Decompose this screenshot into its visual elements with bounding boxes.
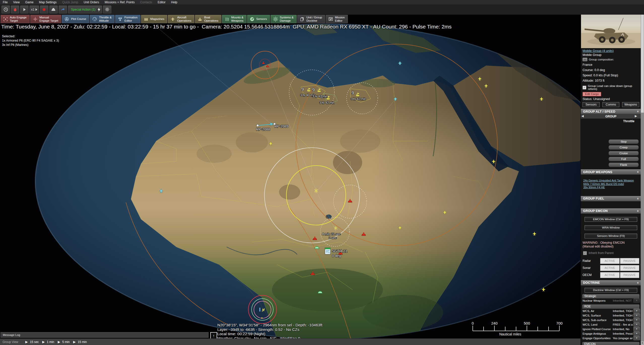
ref-point-label[interactable]: RP-2088 — [256, 127, 270, 131]
menu-file[interactable]: File — [0, 0, 10, 4]
time-step-arrow-icon[interactable]: ▶ — [73, 340, 76, 344]
group-selector[interactable]: ◀ GROUP ▶ — [581, 114, 641, 119]
time-step-5min[interactable]: 5 min — [62, 340, 70, 344]
auto-engage-target-button[interactable]: Auto Engage Target — [1, 15, 30, 23]
weapon-link[interactable]: 39x 90mm F4 HE — [583, 186, 641, 189]
throttle-flank-button[interactable]: Flank — [608, 163, 639, 167]
formation-editor-button[interactable]: Formation Editor — [115, 15, 141, 23]
menu-quick-jump[interactable]: Quick Jump — [59, 0, 81, 4]
sensors-panel-button[interactable]: Sensors — [583, 102, 600, 107]
oecm-active-button[interactable]: ACTIVE — [600, 272, 620, 278]
record-button[interactable] — [40, 6, 48, 13]
throttle-creep-button[interactable]: Creep — [608, 145, 639, 150]
message-log-bar[interactable]: Message Log — [1, 332, 209, 338]
ref-point-label[interactable]: RP-2089 — [275, 124, 288, 128]
composition-dropdown[interactable]: ▼ — [583, 58, 587, 61]
comms-panel-button[interactable]: Comms — [602, 102, 620, 107]
mission-editor-button[interactable]: Mission Editor — [326, 15, 348, 23]
sonar-passive-button[interactable]: PASSIVE — [620, 265, 639, 271]
dropdown-icon[interactable]: ▼ — [633, 313, 640, 318]
panel-title: GROUP FUEL — [583, 197, 604, 200]
group-emcon-header[interactable]: GROUP EMCON« — [581, 208, 641, 214]
gear-icon — [273, 17, 278, 22]
play-button[interactable] — [20, 6, 28, 13]
curved-arrow-icon — [61, 8, 65, 12]
radar-passive-button[interactable]: PASSIVE — [620, 258, 639, 264]
group-alt-speed-header[interactable]: GROUP ALT / SPEED« — [581, 109, 641, 114]
group-fuel-header[interactable]: GROUP FUEL« — [581, 196, 641, 201]
group-lead-checkbox[interactable]: ✓ — [583, 86, 586, 89]
doctrine-header[interactable]: DOCTRINE« — [581, 280, 641, 286]
radar-active-button[interactable]: ACTIVE — [600, 258, 620, 264]
map-view[interactable]: RP-2088 RP-2089 9 9 9 9 3 hr 40 min 3 hr… — [0, 0, 644, 345]
mounts-weapons-button[interactable]: Mounts & Weapons — [222, 15, 247, 23]
sonar-active-button[interactable]: ACTIVE — [600, 265, 620, 271]
menu-contacts[interactable]: Contacts — [138, 0, 155, 4]
scrollbar-thumb[interactable] — [641, 4, 644, 113]
composition-label: Group composition: — [589, 58, 614, 61]
scale-tick-label: 0 — [472, 321, 474, 325]
mobile-group-link[interactable]: Mobile Group (4 units) — [583, 49, 641, 53]
aircraft-operations-button[interactable]: Aircraft Operations — [168, 15, 194, 23]
time-step-arrow-icon[interactable]: ▶ — [58, 340, 60, 344]
emcon-window-button[interactable]: EMCON Window (Ctrl + F9) — [585, 217, 637, 222]
formation-icon — [118, 17, 123, 22]
menu-help[interactable]: Help — [168, 0, 180, 4]
selected-group-icon[interactable] — [325, 248, 330, 254]
prev-arrow-icon[interactable]: ◀ — [582, 114, 584, 118]
sidebar-scrollbar[interactable]: ▲ ▼ — [641, 0, 644, 345]
menu-editor[interactable]: Editor — [155, 0, 168, 4]
weapons-panel-button[interactable]: Weapons — [622, 102, 639, 107]
next-arrow-icon[interactable]: ▶ — [635, 114, 637, 118]
oecm-passive-button[interactable]: PASSIVE — [620, 272, 639, 278]
dropdown-icon[interactable]: ▼ — [633, 298, 640, 303]
systems-damage-button[interactable]: Systems & Damage — [270, 15, 297, 23]
dropdown-icon[interactable]: ▼ — [633, 327, 640, 331]
time-step-15sec[interactable]: 15 sec — [30, 340, 39, 344]
throttle-full-button[interactable]: Full — [608, 157, 639, 161]
unit-group-doctrine-button[interactable]: Unit / Group Doctrine — [297, 15, 325, 23]
settings-button[interactable] — [103, 6, 111, 13]
throttle-stop-button[interactable]: Stop — [608, 139, 639, 144]
menu-missions-ref-points[interactable]: Missions + Ref. Points — [102, 0, 138, 4]
doctrine-window-button[interactable]: Doctrine Window (Ctrl + F9) — [585, 288, 637, 293]
record-icon — [42, 8, 46, 11]
boat-operations-button[interactable]: Boat Operations — [195, 15, 221, 23]
scale-tick-label: 500 — [524, 321, 530, 325]
time-step-arrow-icon[interactable]: ▶ — [25, 340, 28, 344]
time-step-1min[interactable]: 1 min — [47, 340, 54, 344]
magazines-button[interactable]: Magazines — [141, 15, 167, 23]
time-step-15min[interactable]: 15 min — [78, 340, 87, 344]
time-step-arrow-icon[interactable]: ▶ — [42, 340, 45, 344]
edit-cargo-button[interactable]: Edit Cargo — [583, 92, 601, 96]
dropdown-icon[interactable]: ▼ — [633, 322, 640, 327]
menu-map-settings[interactable]: Map Settings — [36, 0, 59, 4]
group-weapons-header[interactable]: GROUP WEAPONS« — [581, 169, 641, 175]
weapon-link[interactable]: 24x Generic Unguided Anti Tank Weapon — [583, 179, 641, 182]
scale-unit-label: Nautical miles — [499, 332, 521, 336]
dropdown-icon[interactable]: ▼ — [633, 318, 640, 322]
screenshot-button[interactable] — [49, 6, 58, 13]
time-compression-button[interactable]: x1 — [29, 6, 39, 13]
north-indicator[interactable]: ↑ — [210, 332, 217, 339]
throttle-altitude-button[interactable]: Throttle & Altitude — [90, 15, 115, 23]
dropdown-icon[interactable]: ▼ — [633, 309, 640, 313]
scenario-fire-button[interactable] — [11, 6, 19, 13]
menu-view[interactable]: View — [10, 0, 22, 4]
menu-unit-orders[interactable]: Unit Orders — [81, 0, 102, 4]
jump-button[interactable] — [59, 6, 67, 13]
manual-engage-target-button[interactable]: Manual Engage Target — [30, 15, 61, 23]
dropdown-icon[interactable]: ▼ — [633, 336, 640, 340]
menu-game[interactable]: Game — [22, 0, 36, 4]
dropdown-icon[interactable]: ▼ — [633, 331, 640, 336]
throttle-cruise-button[interactable]: Cruise — [608, 151, 639, 155]
weapon-link[interactable]: 660x 7.62mm MG Burst [20 mds] — [583, 182, 641, 186]
plot-course-button[interactable]: Plot Course — [62, 15, 89, 23]
scroll-down-icon[interactable]: ▼ — [641, 341, 644, 345]
inherit-parent-checkbox[interactable]: ✓ — [583, 251, 587, 255]
special-action-button[interactable]: Special Action (1) — [68, 6, 102, 13]
wra-window-button[interactable]: WRA Window — [585, 225, 637, 230]
sensors-button[interactable]: Sensors — [247, 15, 270, 23]
game-time-button[interactable] — [2, 6, 10, 13]
sensors-window-button[interactable]: Sensors Window (F9) — [585, 234, 637, 238]
